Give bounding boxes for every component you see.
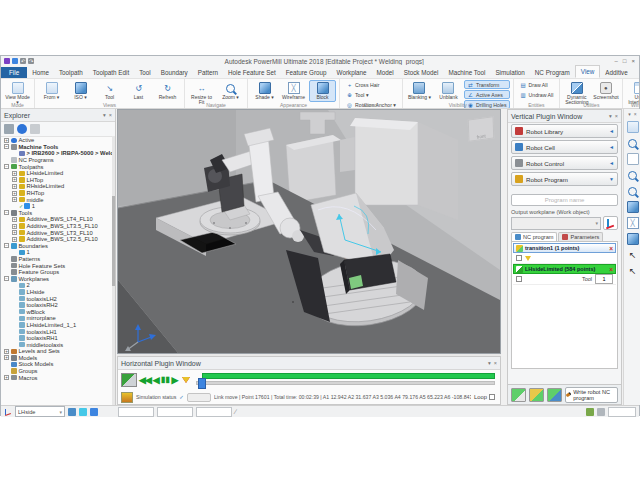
pin-icon[interactable]: ▾ [103,112,106,118]
slider-track[interactable] [196,381,496,385]
block-button[interactable]: Block [309,80,336,102]
pin-icon[interactable]: ▾ [488,360,491,366]
save-icon[interactable] [12,58,18,64]
tree-item-hole-feature-sets[interactable]: Hole Feature Sets [1,262,112,269]
from-button[interactable]: From ▾ [38,80,65,102]
tree-item-toolaxisrh1[interactable]: toolaxisRH1 [1,335,112,342]
tab-additive[interactable]: Additive [600,67,632,78]
remove-icon[interactable]: × [609,266,613,273]
tab-machine-tool[interactable]: Machine Tool [443,67,490,78]
expand-icon[interactable]: + [4,375,9,380]
tab-feature-group[interactable]: Feature Group [281,67,332,78]
maximize-icon[interactable]: □ [623,58,627,64]
expand-icon[interactable]: + [4,355,9,360]
remove-icon[interactable]: × [609,245,613,252]
tree-item-groups[interactable]: Groups [1,368,112,375]
explorer-list-icon[interactable] [4,124,14,134]
tree-item-additive-bws-lt2-5-fl10[interactable]: +Additive_BWS_LT2.5_FL10 [1,236,112,243]
undraw-all-toggle[interactable]: ▥Undraw All [517,90,557,99]
expand-icon[interactable]: + [12,171,17,176]
tree-item-workplanes[interactable]: −Workplanes [1,275,112,282]
explorer-scrollbar[interactable] [112,136,115,405]
view-mode-icon[interactable] [627,121,639,133]
simulation-progress-slider[interactable] [196,372,498,388]
tree-item-macros[interactable]: +Macros [1,374,112,381]
tree-item-toolpaths[interactable]: −Toolpaths [1,163,112,170]
tree-item-toolaxisrh2[interactable]: toolaxisRH2 [1,302,112,309]
skip-start-icon[interactable]: ◀◀ [139,375,151,385]
expand-icon[interactable]: + [12,184,17,189]
close-icon[interactable]: × [634,111,637,117]
viewport-3d-scene[interactable] [118,110,500,353]
slider-thumb[interactable] [198,378,206,389]
tab-simulation[interactable]: Simulation [490,67,529,78]
tab-toolpath[interactable]: Toolpath [54,67,88,78]
filter-icon[interactable] [182,377,190,383]
tab-boundary[interactable]: Boundary [156,67,193,78]
tree-item-additive-bws-lt3-fl10[interactable]: +Additive_BWS_LT3_FL10 [1,229,112,236]
expand-icon[interactable]: + [12,191,17,196]
simulation-filter-icon[interactable] [121,392,133,403]
tree-item-patterns[interactable]: Patterns [1,256,112,263]
tab-nc-program[interactable]: NC Program [530,67,575,78]
minimize-icon[interactable]: – [615,58,618,64]
expand-icon[interactable]: + [12,230,17,235]
play-forward-icon[interactable]: ▶ [172,375,178,385]
zoom-box-icon[interactable] [627,169,639,181]
status-icon-4[interactable] [586,408,594,416]
toolpath-checkbox[interactable] [516,255,522,261]
tab-nc-program[interactable]: NC program [511,232,557,241]
collapse-icon[interactable]: − [4,276,9,281]
loop-checkbox[interactable] [489,394,495,400]
draw-all-toggle[interactable]: ▤Draw All [517,80,557,89]
tree-item-feature-groups[interactable]: Feature Groups [1,269,112,276]
tree-item-machine-tools[interactable]: −Machine Tools [1,144,112,151]
query-cursor-icon[interactable]: ↖ [627,265,639,277]
tree-item-lhtop[interactable]: +LHTop [1,177,112,184]
simulation-plan-icon[interactable] [121,373,137,387]
wireframe-icon[interactable]: ╳ [627,217,639,229]
toolpath-checkbox[interactable] [516,276,522,282]
app-logo[interactable] [4,58,10,64]
zoom-icon[interactable] [627,185,639,197]
tree-item-models[interactable]: +Models [1,355,112,362]
collapse-icon[interactable]: − [4,210,9,215]
screenshot-button[interactable]: ●Screenshot [592,80,619,102]
new-program-icon[interactable] [511,388,526,402]
block-icon[interactable] [627,233,639,245]
tree-item-irb2600-irbpa-5000-weldingtip[interactable]: > IRB2600 > IRBPA-5000 > WeldingTip [1,150,112,157]
tree-item-mirrorplane[interactable]: mirrorplane [1,315,112,322]
tree-item-1[interactable]: 1 [1,249,112,256]
wireframe-button[interactable]: ╳Wireframe [280,80,307,102]
coordinate-field-x[interactable] [118,407,154,417]
tool-toggle[interactable]: ⊕Tool ▾ [343,90,399,99]
zoom-button[interactable]: Zoom ▾ [217,80,244,102]
tree-item-2[interactable]: 2 [1,282,112,289]
collapse-icon[interactable]: − [4,243,9,248]
section-robot-library[interactable]: Robot Library◄ [511,124,618,138]
expand-icon[interactable]: + [12,237,17,242]
collapse-icon[interactable]: − [4,144,9,149]
play-reverse-icon[interactable]: ◀ [153,375,159,385]
viewport-3d[interactable]: front [117,109,501,354]
tree-item-active[interactable]: +Active [1,137,112,144]
tree-item-1[interactable]: ✓1 [1,203,112,210]
expand-icon[interactable]: + [12,224,17,229]
tree-item-additive-bws-lt4-fl10[interactable]: +Additive_BWS_LT4_FL10 [1,216,112,223]
tool-number-input[interactable] [595,274,613,284]
expand-icon[interactable]: + [12,197,17,202]
tree-item-lhside[interactable]: LHside [1,289,112,296]
tab-workplane[interactable]: Workplane [332,67,372,78]
workplane-combo[interactable]: LHside▾ [15,406,65,417]
pause-icon[interactable]: ▮▮ [161,375,170,385]
expand-icon[interactable]: + [12,217,17,222]
iso-button[interactable]: ISO ▾ [67,80,94,102]
filter-icon[interactable] [525,256,531,261]
section-robot-program[interactable]: Robot Program▼ [511,172,618,186]
close-icon[interactable]: × [109,112,112,118]
tree-item-rhtop[interactable]: +RHTop [1,190,112,197]
tab-file[interactable]: File [1,67,27,78]
section-robot-control[interactable]: Robot Control◄ [511,156,618,170]
write-robot-nc-program-button[interactable]: Write robot NC program [565,387,618,403]
output-workplane-combo[interactable]: ▾ [511,217,601,230]
